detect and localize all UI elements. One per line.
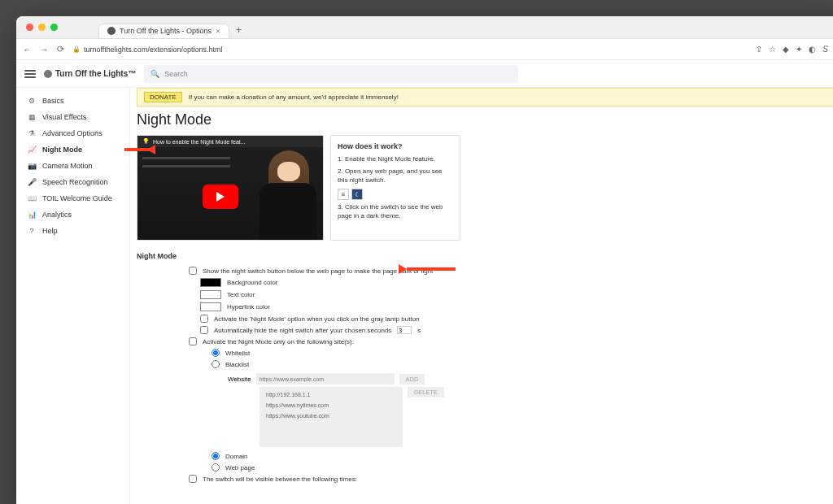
mic-icon: 🎤 — [28, 178, 36, 186]
delete-button[interactable]: DELETE — [408, 387, 444, 398]
night-icon: 📈 — [28, 146, 36, 154]
section-heading: Night Mode — [137, 252, 833, 260]
list-item[interactable]: https://www.youtube.com — [266, 413, 396, 419]
how-it-works-card: How does it work? 1. Enable the Night Mo… — [330, 135, 460, 241]
webpage-radio[interactable] — [212, 463, 220, 471]
profile-icon[interactable]: S — [822, 45, 828, 54]
sidebar-item-label: Camera Motion — [42, 162, 93, 170]
puzzle-icon[interactable]: ✦ — [796, 45, 802, 54]
times-checkbox[interactable] — [189, 475, 197, 483]
more-icon[interactable]: ⋯ — [829, 67, 834, 80]
app-title: Turn Off the Lights™ — [44, 69, 136, 78]
sidebar-item-speech[interactable]: 🎤Speech Recognition — [16, 174, 129, 190]
forward-button[interactable]: → — [40, 45, 49, 54]
toolbar-icons: ⇧ ☆ ◆ ✦ ◐ S ⋮ — [756, 45, 833, 54]
switch-light-icon: ≡ — [338, 189, 349, 200]
content-area: ⚙Basics ▦Visual Effects ⚗Advanced Option… — [16, 88, 833, 504]
activate-lamp-label: Activate the 'Night Mode' option when yo… — [214, 315, 420, 323]
opt-blacklist: Blacklist — [137, 358, 833, 370]
opt-times: The switch will be visible between the f… — [137, 473, 833, 484]
reload-button[interactable]: ⟳ — [57, 44, 64, 54]
website-input-row: Website ADD — [228, 373, 833, 385]
app-title-text: Turn Off the Lights™ — [55, 69, 136, 78]
times-label: The switch will be visible between the f… — [203, 476, 357, 483]
sidebar: ⚙Basics ▦Visual Effects ⚗Advanced Option… — [16, 88, 130, 504]
sidebar-item-analytics[interactable]: 📊Analytics — [16, 206, 129, 223]
tab-title: Turn Off the Lights - Options — [120, 27, 212, 35]
sidebar-item-label: Night Mode — [42, 146, 82, 154]
whitelist-label: Whitelist — [225, 350, 250, 357]
sidebar-item-camera[interactable]: 📷Camera Motion — [16, 158, 129, 174]
zoom-window-button[interactable] — [50, 24, 58, 31]
sidebar-item-night-mode[interactable]: 📈Night Mode — [16, 141, 129, 158]
opt-bg-color: Background color — [137, 276, 833, 289]
link-color-swatch[interactable] — [200, 302, 221, 311]
url-field[interactable]: 🔒 turnoffthelights.com/extension/options… — [72, 46, 748, 54]
bookmark-icon[interactable]: ☆ — [769, 45, 776, 54]
sidebar-item-label: TOIL Welcome Guide — [42, 194, 112, 202]
donate-button[interactable]: DONATE — [144, 92, 182, 102]
show-switch-checkbox[interactable] — [189, 267, 197, 275]
whitelist-radio[interactable] — [212, 349, 220, 357]
url-text: turnoffthelights.com/extension/options.h… — [84, 46, 222, 54]
sidebar-item-label: Visual Effects — [42, 113, 86, 121]
sidebar-item-label: Analytics — [42, 211, 72, 219]
list-item[interactable]: http://192.168.1.1 — [266, 392, 396, 398]
main-panel: DONATE If you can make a donation of any… — [130, 88, 833, 504]
play-icon[interactable] — [203, 185, 238, 209]
howto-step1: 1. Enable the Night Mode feature. — [338, 155, 453, 163]
opt-autohide: Automatically hide the night switch afte… — [137, 324, 833, 336]
only-sites-checkbox[interactable] — [189, 337, 197, 345]
chart-icon: 📊 — [28, 211, 36, 219]
video-preview[interactable]: 💡 How to enable the Night Mode feat... — [137, 135, 324, 241]
link-color-label: Hyperlink color — [227, 303, 270, 311]
share-icon[interactable]: ⇧ — [756, 45, 762, 54]
hamburger-icon[interactable] — [24, 70, 36, 78]
blacklist-radio[interactable] — [212, 360, 220, 368]
close-window-button[interactable] — [26, 24, 33, 31]
tab-close-icon[interactable]: × — [216, 27, 220, 36]
domain-label: Domain — [225, 453, 248, 460]
lamp-icon[interactable]: ◐ — [809, 45, 816, 54]
banner-text: If you can make a donation of any amount… — [189, 93, 399, 101]
camera-icon: 📷 — [28, 162, 36, 170]
browser-tab[interactable]: Turn Off the Lights - Options × — [98, 24, 229, 38]
extension-icon[interactable]: ◆ — [783, 45, 789, 54]
domain-radio[interactable] — [212, 452, 220, 460]
sidebar-item-label: Advanced Options — [42, 129, 102, 137]
text-color-swatch[interactable] — [200, 290, 221, 299]
sidebar-item-advanced[interactable]: ⚗Advanced Options — [16, 125, 129, 141]
sidebar-item-basics[interactable]: ⚙Basics — [16, 93, 129, 109]
opt-link-color: Hyperlink color — [137, 301, 833, 313]
bulb-icon — [44, 70, 52, 78]
activate-lamp-checkbox[interactable] — [200, 315, 208, 323]
website-input[interactable] — [256, 373, 395, 385]
bg-color-label: Background color — [227, 279, 277, 286]
back-button[interactable]: ← — [23, 45, 32, 54]
app-header: Turn Off the Lights™ 🔍 Search ⋯ — [16, 60, 833, 88]
list-item[interactable]: https://www.nytimes.com — [266, 402, 396, 408]
search-input[interactable]: 🔍 Search — [144, 65, 518, 83]
site-list[interactable]: http://192.168.1.1 https://www.nytimes.c… — [259, 387, 403, 447]
advanced-icon: ⚗ — [28, 129, 36, 137]
lock-icon: 🔒 — [72, 46, 81, 53]
sidebar-item-guide[interactable]: 📖TOIL Welcome Guide — [16, 190, 129, 206]
new-tab-button[interactable]: + — [233, 24, 245, 36]
opt-domain: Domain — [137, 450, 833, 462]
seconds-input[interactable] — [397, 326, 412, 334]
video-title-bar: 💡 How to enable the Night Mode feat... — [137, 136, 323, 147]
sidebar-item-help[interactable]: ?Help — [16, 223, 129, 239]
howto-step2: 2. Open any web page, and you see this n… — [338, 167, 453, 185]
minimize-window-button[interactable] — [38, 24, 46, 31]
add-button[interactable]: ADD — [399, 374, 425, 385]
autohide-checkbox[interactable] — [200, 326, 208, 334]
opt-only-sites: Activate the Night Mode only on the foll… — [137, 336, 833, 347]
bg-color-swatch[interactable] — [200, 278, 221, 287]
howto-heading: How does it work? — [338, 142, 453, 150]
cards-row: 💡 How to enable the Night Mode feat... H… — [137, 135, 833, 241]
webpage-label: Web page — [225, 464, 255, 471]
video-body — [137, 147, 323, 240]
opt-text-color: Text color — [137, 289, 833, 301]
address-bar: ← → ⟳ 🔒 turnoffthelights.com/extension/o… — [16, 39, 833, 60]
sidebar-item-visual-effects[interactable]: ▦Visual Effects — [16, 109, 129, 125]
